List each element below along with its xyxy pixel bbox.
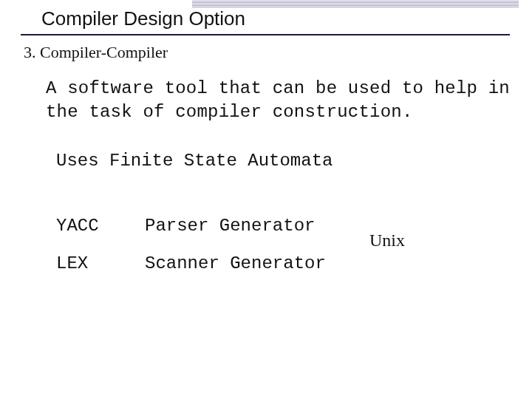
tool-row: YACC Parser Generator <box>56 216 337 236</box>
tool-row: LEX Scanner Generator <box>56 253 337 273</box>
slide: Compiler Design Option 3. Compiler-Compi… <box>0 0 532 399</box>
slide-title: Compiler Design Option <box>41 7 245 33</box>
note-text: Uses Finite State Automata <box>56 151 332 171</box>
tool-name: YACC <box>56 216 145 236</box>
section-heading: 3. Compiler-Compiler <box>24 43 168 62</box>
tool-desc: Scanner Generator <box>145 253 337 273</box>
tool-name: LEX <box>56 253 145 273</box>
section-name: Compiler-Compiler <box>40 43 168 61</box>
platform-label: Unix <box>369 231 405 250</box>
tools-list: YACC Parser Generator LEX Scanner Genera… <box>56 216 337 291</box>
definition-text: A software tool that can be used to help… <box>46 77 510 125</box>
tool-desc: Parser Generator <box>145 216 337 236</box>
title-underline <box>21 34 510 35</box>
section-number: 3. <box>24 43 36 61</box>
